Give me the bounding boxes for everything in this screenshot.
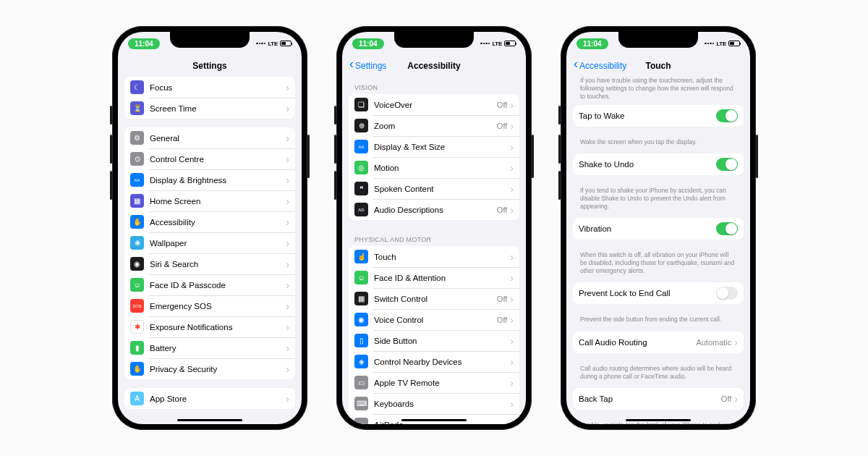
settings-row[interactable]: ☝Touch› <box>349 246 519 267</box>
settings-row[interactable]: ◈Control Nearby Devices› <box>349 351 519 372</box>
phone-touch: 11:04 LTE Accessibility Touch If you hav… <box>561 26 756 430</box>
row-icon: ◉ <box>130 257 144 271</box>
row-icon: ☝ <box>354 250 368 263</box>
settings-row[interactable]: ⏳Screen Time› <box>124 98 295 119</box>
row-icon: ☾ <box>130 80 144 94</box>
status-time[interactable]: 11:04 <box>128 38 160 49</box>
row-icon: ⌨ <box>354 397 368 410</box>
row-value: Off <box>721 394 731 403</box>
row-label: Audio Descriptions <box>374 206 497 214</box>
row-label: Accessibility <box>150 218 286 227</box>
header-description: If you have trouble using the touchscree… <box>573 77 744 105</box>
settings-row[interactable]: ▦Switch ControlOff› <box>349 288 519 309</box>
row-label: Screen Time <box>150 104 286 113</box>
row-icon: ▮ <box>130 341 144 355</box>
settings-row[interactable]: ❀Wallpaper› <box>124 232 295 253</box>
settings-row[interactable]: ☺Face ID & Attention› <box>349 267 519 288</box>
home-indicator[interactable] <box>626 419 691 421</box>
settings-row[interactable]: Vibration <box>573 218 744 240</box>
settings-row[interactable]: ⚙General› <box>124 127 295 148</box>
settings-row[interactable]: ◉Siri & Search› <box>124 253 295 274</box>
row-icon: ▦ <box>354 292 368 305</box>
settings-row[interactable]: ⊕ZoomOff› <box>349 115 519 136</box>
row-label: Emergency SOS <box>150 302 286 311</box>
settings-row[interactable]: Call Audio RoutingAutomatic› <box>573 332 744 353</box>
row-label: Display & Brightness <box>150 176 286 185</box>
settings-row[interactable]: ✋Accessibility› <box>124 211 295 232</box>
row-icon: ▦ <box>130 194 144 208</box>
settings-row[interactable]: AADisplay & Text Size› <box>349 136 519 157</box>
back-button[interactable]: Accessibility <box>574 61 626 71</box>
home-indicator[interactable] <box>177 419 242 421</box>
row-label: Switch Control <box>374 295 497 303</box>
section-header: VISION <box>349 77 519 94</box>
row-icon: ▯ <box>354 334 368 347</box>
settings-row[interactable]: ◎Motion› <box>349 157 519 178</box>
status-time[interactable]: 11:04 <box>352 38 384 49</box>
row-label: Control Centre <box>150 155 286 164</box>
settings-row[interactable]: ▦Home Screen› <box>124 190 295 211</box>
row-label: Voice Control <box>374 316 497 324</box>
phone-accessibility: 11:04 LTE Settings Accessibility VISION❏… <box>336 26 532 430</box>
row-label: Motion <box>374 164 510 172</box>
row-icon: ◈ <box>354 355 368 368</box>
settings-row[interactable]: ☺Face ID & Passcode› <box>124 274 295 295</box>
row-value: Off <box>497 295 507 303</box>
settings-row[interactable]: Back TapOff› <box>573 388 744 410</box>
settings-row[interactable]: ☾Focus› <box>124 77 295 98</box>
home-indicator[interactable] <box>401 419 467 421</box>
settings-row[interactable]: ◉Voice ControlOff› <box>349 309 519 330</box>
row-label: Control Nearby Devices <box>374 358 510 366</box>
settings-row[interactable]: SOSEmergency SOS› <box>124 295 295 316</box>
row-label: Spoken Content <box>374 185 510 193</box>
settings-row[interactable]: Prevent Lock to End Call <box>573 282 744 304</box>
settings-row[interactable]: ⊙Control Centre› <box>124 148 295 169</box>
row-label: Home Screen <box>150 197 286 206</box>
back-button[interactable]: Settings <box>349 61 386 71</box>
toggle-switch[interactable] <box>716 158 738 171</box>
settings-row[interactable]: ▯Side Button› <box>349 330 519 351</box>
settings-row[interactable]: ADAudio DescriptionsOff› <box>349 199 519 220</box>
settings-row[interactable]: ❝Spoken Content› <box>349 178 519 199</box>
row-icon: ⏳ <box>130 101 144 115</box>
settings-row[interactable]: ▭Apple TV Remote› <box>349 372 519 393</box>
status-time[interactable]: 11:04 <box>576 38 608 49</box>
row-icon: ✋ <box>130 215 144 229</box>
page-title: Accessibility <box>407 61 460 71</box>
row-label: Display & Text Size <box>374 143 510 151</box>
row-icon: ◎ <box>354 161 368 174</box>
row-icon: AD <box>354 203 368 216</box>
toggle-switch[interactable] <box>716 222 738 235</box>
nav-bar: Settings <box>118 55 302 77</box>
footer-description: Call audio routing determines where audi… <box>573 362 744 388</box>
row-icon: AA <box>130 173 144 187</box>
settings-row[interactable]: ▮Battery› <box>124 337 295 358</box>
nav-bar: Accessibility Touch <box>566 55 750 77</box>
row-icon: ◉ <box>354 313 368 326</box>
settings-row[interactable]: ⌨Keyboards› <box>349 393 519 414</box>
footer-description: Wake the screen when you tap the display… <box>573 135 744 153</box>
toggle-switch[interactable] <box>716 287 738 300</box>
row-label: Shake to Undo <box>579 160 716 169</box>
row-icon: AA <box>354 140 368 153</box>
row-label: VoiceOver <box>374 101 497 109</box>
settings-row[interactable]: Tap to Wake <box>573 105 744 127</box>
row-label: Wallpaper <box>150 239 286 248</box>
row-label: Face ID & Passcode <box>150 281 286 290</box>
settings-row[interactable]: ✱Exposure Notifications› <box>124 316 295 337</box>
row-label: Touch <box>374 253 510 261</box>
toggle-switch[interactable] <box>716 109 738 122</box>
settings-row[interactable]: Shake to Undo <box>573 153 744 175</box>
settings-row[interactable]: AADisplay & Brightness› <box>124 169 295 190</box>
row-label: Exposure Notifications <box>150 323 286 332</box>
settings-row[interactable]: AApp Store› <box>124 388 295 409</box>
row-label: Vibration <box>579 224 716 233</box>
row-icon: ◦ <box>354 418 368 424</box>
settings-row[interactable]: ✋Privacy & Security› <box>124 358 295 379</box>
settings-row[interactable]: ❏VoiceOverOff› <box>349 94 519 115</box>
row-icon: ⊙ <box>130 152 144 166</box>
phone-settings: 11:04 LTE Settings ☾Focus›⏳Screen Time›⚙… <box>112 26 307 430</box>
row-label: Apple TV Remote <box>374 379 510 387</box>
row-value: Off <box>497 122 507 130</box>
row-icon: SOS <box>130 299 144 313</box>
